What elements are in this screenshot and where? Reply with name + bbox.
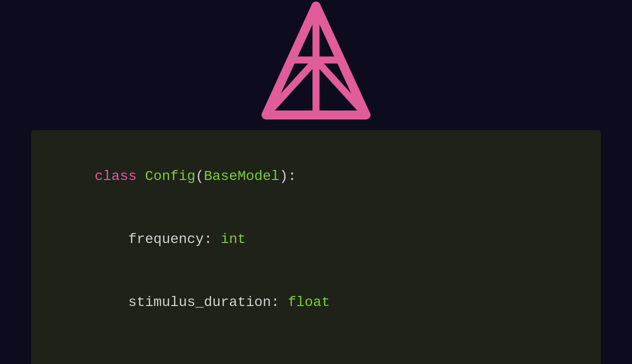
type-float: float — [288, 294, 330, 310]
code-block: class Config(BaseModel): frequency: int … — [31, 130, 601, 364]
class-name: Config — [145, 168, 196, 184]
code-line-1: class Config(BaseModel): — [61, 145, 571, 208]
blank-line-1 — [61, 334, 571, 355]
paren-close-colon: ): — [280, 168, 296, 184]
code-line-4: @field_validator("frequency") — [61, 355, 571, 364]
field-stimulus-label: stimulus_duration: — [94, 294, 288, 310]
base-class: BaseModel — [204, 168, 280, 184]
type-int: int — [220, 232, 246, 247]
field-frequency-label: frequency: — [94, 232, 220, 247]
code-line-3: stimulus_duration: float — [61, 271, 571, 334]
keyword-class: class — [94, 168, 145, 184]
paren-open: ( — [196, 168, 204, 184]
code-line-2: frequency: int — [61, 208, 571, 271]
logo-section — [0, 0, 632, 130]
pydantic-logo — [261, 0, 371, 130]
